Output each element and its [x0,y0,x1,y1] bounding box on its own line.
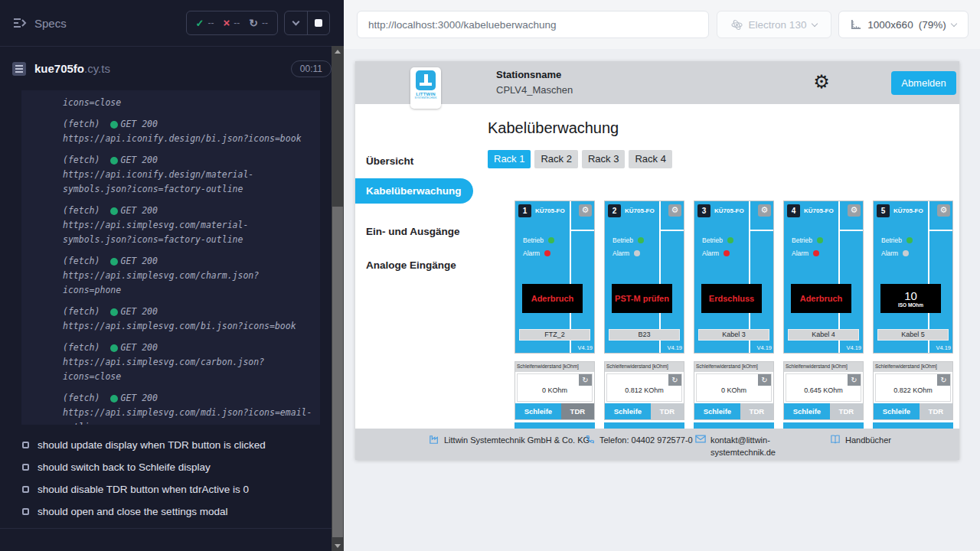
betrieb-led [638,237,644,243]
device-model: KÜ705-FO [804,207,834,214]
log-entry[interactable]: (fetch)GET 200https://api.iconify.design… [63,117,312,146]
test-item[interactable]: should update display when TDR button is… [0,434,344,456]
footer-text: Handbücher [845,434,937,446]
test-title: should disable TDR button when tdrActive… [38,484,249,495]
device-number: 3 [697,204,710,217]
refresh-button[interactable]: ↻ [848,374,861,386]
scroll-up-arrow-icon[interactable] [332,46,344,57]
schleife-button[interactable]: Schleife [694,403,740,419]
mode-buttons: SchleifeTDR [874,403,952,419]
http-status: GET 200 [120,341,157,355]
fetch-label: (fetch) [63,341,100,355]
sidebar-item-ein-und-ausg-nge[interactable]: Ein- und Ausgänge [355,219,473,244]
logout-button[interactable]: Abmelden [891,71,956,95]
pending-test-icon [22,486,29,493]
tdr-button[interactable]: TDR [561,403,594,419]
log-entry[interactable]: (fetch)GET 200https://api.simplesvg.com/… [63,391,312,425]
schleife-button[interactable]: Schleife [515,403,561,419]
log-entry[interactable]: (fetch)GET 200https://api.simplesvg.com/… [63,254,312,298]
betrieb-label: Betrieb [702,236,723,244]
sidebar-item-analoge-eing-nge[interactable]: Analoge Eingänge [355,253,473,278]
rack-tab[interactable]: Rack 1 [488,150,531,168]
tdr-button[interactable]: TDR [920,403,952,419]
collapse-button[interactable] [285,11,307,34]
scrollbar-thumb[interactable] [332,207,343,537]
http-status: GET 200 [120,153,157,168]
alarm-label: Alarm [792,249,808,257]
log-entry[interactable]: (fetch)GET 200https://api.simplesvg.com/… [63,204,312,247]
log-entry[interactable]: (fetch)GET 200https://api.simplesvg.com/… [63,305,312,334]
gear-icon: ⚙ [671,205,679,215]
log-url-line: https://api.iconify.design/bi.json?icons… [63,132,312,146]
betrieb-label: Betrieb [612,236,633,244]
resistance-panel: Schleifenwiderstand [kOhm]↻0.645 KOhmSch… [783,361,864,420]
cable-name: FTZ_2 [519,329,590,341]
log-url-line: https://api.simplesvg.com/mdi.json?icons… [63,406,312,420]
test-item[interactable]: should disable TDR button when tdrActive… [0,478,344,500]
log-url-line: symbols.json?icons=factory-outline [63,233,312,247]
sidebar-item--bersicht[interactable]: Übersicht [355,148,473,174]
device-settings-button[interactable]: ⚙ [579,204,592,217]
refresh-button[interactable]: ↻ [937,374,950,386]
device-settings-button[interactable]: ⚙ [668,204,681,217]
device-unit: 1KÜ705-FO⚙BetriebAlarmAderbruchFTZ_2V4.1… [514,201,595,354]
footer-item: Littwin Systemtechnik GmbH & Co. KG [429,434,594,446]
resistance-display: ↻0 KOhm [696,373,772,402]
footer-item: kontakt@littwin-systemtechnik.de [695,434,810,458]
schleife-button[interactable]: Schleife [874,403,920,419]
resistance-display: ↻0 KOhm [517,373,593,402]
device-settings-button[interactable]: ⚙ [758,204,771,217]
schleife-button[interactable]: Schleife [605,403,651,419]
test-item[interactable]: should open and close the settings modal [0,500,344,523]
runner-scrollbar[interactable] [332,46,344,551]
book-icon [830,435,841,444]
log-entry[interactable]: (fetch)GET 200https://api.iconify.design… [63,153,312,197]
spec-file-row[interactable]: kue705fo.cy.ts 00:11 [0,47,344,90]
factory-icon [429,435,439,445]
betrieb-led [906,237,913,243]
sidebar-item-kabel-berwachung[interactable]: Kabelüberwachung [355,178,473,204]
page-title: Kabelüberwachung [488,119,619,137]
device-card: 4KÜ705-FO⚙BetriebAlarmAderbruchKabel 4V4… [783,201,864,432]
viewport-size-select[interactable]: 1000x660 (79%) [838,11,969,38]
device-card: 3KÜ705-FO⚙BetriebAlarmErdschlussKabel 3V… [694,201,774,432]
footer-text: Littwin Systemtechnik GmbH & Co. KG [444,434,594,446]
betrieb-led [727,237,733,243]
url-input[interactable]: http://localhost:3000/kabelueberwachung [357,11,709,38]
test-item[interactable]: should switch back to Schleife display [0,456,344,478]
rack-tab[interactable]: Rack 4 [629,150,671,168]
browser-select[interactable]: Electron 130 [717,11,831,38]
success-dot-icon [110,344,118,352]
email-icon [695,435,706,443]
log-entry[interactable]: icons=close [63,96,312,110]
scroll-down-arrow-icon[interactable] [332,540,344,551]
resistance-panel-label: Schleifenwiderstand [kOhm] [515,362,594,372]
resistance-panel: Schleifenwiderstand [kOhm]↻0.822 KOhmSch… [873,361,953,420]
log-url-line: outline [63,420,312,425]
tdr-button[interactable]: TDR [830,403,863,419]
rack-tab[interactable]: Rack 2 [534,150,577,168]
success-dot-icon [110,395,118,403]
tdr-button[interactable]: TDR [740,403,773,419]
stop-button[interactable] [307,11,329,34]
device-settings-button[interactable]: ⚙ [937,204,950,217]
refresh-button[interactable]: ↻ [579,374,592,386]
success-dot-icon [110,157,118,165]
device-unit: 3KÜ705-FO⚙BetriebAlarmErdschlussKabel 3V… [694,201,774,354]
rack-tab[interactable]: Rack 3 [582,150,625,168]
divider [661,230,684,231]
settings-gear-icon[interactable]: ⚙ [812,72,831,92]
device-settings-button[interactable]: ⚙ [848,204,861,217]
stat-failed: × -- [224,18,240,28]
refresh-button[interactable]: ↻ [758,374,771,386]
log-entry[interactable]: (fetch)GET 200https://api.simplesvg.com/… [63,341,312,384]
betrieb-label: Betrieb [523,236,544,244]
specs-list-icon[interactable] [12,17,28,29]
tdr-button[interactable]: TDR [651,403,684,419]
schleife-button[interactable]: Schleife [784,403,830,419]
refresh-button[interactable]: ↻ [668,374,681,386]
status-display: Erdschluss [701,284,762,313]
http-status: GET 200 [120,204,157,218]
device-number: 5 [877,204,890,217]
alarm-led [724,250,730,256]
